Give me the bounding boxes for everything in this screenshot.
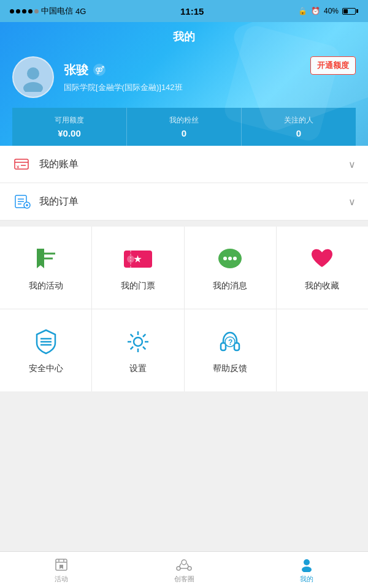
stat-item-following: 关注的人 0 xyxy=(242,108,356,146)
order-icon xyxy=(12,193,32,210)
stat-label-following: 关注的人 xyxy=(242,115,356,126)
menu-label-bill: 我的账单 xyxy=(39,158,348,171)
help-icon: ? xyxy=(215,326,245,357)
battery-icon xyxy=(342,8,358,15)
status-left: 中国电信 4G xyxy=(10,6,86,17)
svg-point-22 xyxy=(228,257,232,260)
svg-point-1 xyxy=(23,82,43,92)
svg-line-35 xyxy=(143,334,145,337)
avatar xyxy=(12,56,54,98)
grid-label-message: 我的消息 xyxy=(213,281,247,292)
svg-line-36 xyxy=(131,347,133,349)
stat-value-fans: 0 xyxy=(127,128,241,138)
page-title: 我的 xyxy=(12,29,356,44)
profile-name: 张骏 xyxy=(64,62,88,78)
stat-label-quota: 可用额度 xyxy=(12,115,126,126)
battery-percent: 40% xyxy=(324,7,339,15)
stat-item-fans: 我的粉丝 0 xyxy=(127,108,242,146)
status-right: 🔒 ⏰ 40% xyxy=(298,7,358,15)
alarm-icon: ⏰ xyxy=(311,7,320,15)
svg-point-0 xyxy=(27,67,39,80)
nav-label-social: 创客圈 xyxy=(174,575,194,584)
stat-label-fans: 我的粉丝 xyxy=(127,115,241,126)
profile-row: 张骏 ⚤ 国际学院[金融学(国际金融)]142班 开通额度 xyxy=(12,56,356,98)
signal-dots xyxy=(10,9,39,13)
nav-item-profile[interactable]: 我的 xyxy=(245,552,368,588)
svg-point-28 xyxy=(134,337,142,346)
grid-item-help[interactable]: ? 帮助反馈 xyxy=(185,309,277,391)
svg-marker-45 xyxy=(59,565,63,569)
svg-line-49 xyxy=(179,564,181,567)
grid-item-settings[interactable]: 设置 xyxy=(92,309,184,391)
menu-item-bill[interactable]: ¥ 我的账单 ∨ xyxy=(0,146,368,183)
grid-row-2: 安全中心 设置 xyxy=(0,309,368,391)
message-icon xyxy=(215,244,245,274)
favorite-icon xyxy=(307,244,337,274)
chevron-icon-order: ∨ xyxy=(348,196,356,208)
social-nav-icon xyxy=(176,557,192,573)
grid-label-help: 帮助反馈 xyxy=(213,363,247,374)
grid-label-favorite: 我的收藏 xyxy=(305,281,339,292)
gender-icon: ⚤ xyxy=(93,64,105,76)
svg-text:★: ★ xyxy=(134,254,142,264)
nav-label-profile: 我的 xyxy=(300,575,313,584)
chevron-icon-bill: ∨ xyxy=(348,159,356,170)
status-time: 11:15 xyxy=(180,6,204,17)
grid-item-security[interactable]: 安全中心 xyxy=(0,309,92,391)
svg-text:?: ? xyxy=(228,338,232,347)
bill-icon: ¥ xyxy=(12,156,32,173)
grid-label-activity: 我的活动 xyxy=(29,281,63,292)
grid-row-1: 我的活动 ★ 我的门票 xyxy=(0,227,368,309)
menu-label-order: 我的订单 xyxy=(39,195,348,208)
status-bar: 中国电信 4G 11:15 🔒 ⏰ 40% xyxy=(0,0,368,22)
activity-nav-icon xyxy=(53,557,69,573)
svg-line-34 xyxy=(143,347,145,349)
svg-point-47 xyxy=(177,567,180,570)
menu-item-order[interactable]: 我的订单 ∨ xyxy=(0,183,368,221)
network-type: 4G xyxy=(75,7,86,16)
stats-bar: 可用额度 ¥0.00 我的粉丝 0 关注的人 0 xyxy=(12,108,356,146)
menu-section: ¥ 我的账单 ∨ 我的订单 ∨ xyxy=(0,146,368,221)
gray-spacer xyxy=(0,391,368,440)
grid-item-ticket[interactable]: ★ 我的门票 xyxy=(92,227,184,309)
svg-point-48 xyxy=(188,567,191,570)
header-section: 我的 张骏 ⚤ 国际学院[金融学(国际金融)]142班 开通额度 可用额度 ¥0… xyxy=(0,22,368,146)
svg-line-33 xyxy=(131,334,133,337)
nav-label-activity: 活动 xyxy=(55,575,68,584)
svg-point-53 xyxy=(302,567,312,572)
nav-item-activity[interactable]: 活动 xyxy=(0,552,123,588)
bottom-nav: 活动 创客圈 我的 xyxy=(0,551,368,588)
grid-item-favorite[interactable]: 我的收藏 xyxy=(277,227,368,309)
grid-item-activity[interactable]: 我的活动 xyxy=(0,227,92,309)
stat-value-following: 0 xyxy=(242,128,356,138)
svg-point-23 xyxy=(233,257,237,260)
stat-item-quota: 可用额度 ¥0.00 xyxy=(12,108,127,146)
profile-subtitle: 国际学院[金融学(国际金融)]142班 xyxy=(64,82,356,93)
grid-label-settings: 设置 xyxy=(129,363,147,374)
grid-item-empty xyxy=(277,309,368,391)
activity-icon xyxy=(31,244,61,274)
svg-line-50 xyxy=(187,564,189,567)
grid-label-security: 安全中心 xyxy=(29,363,63,374)
security-icon xyxy=(31,326,61,357)
ticket-icon: ★ xyxy=(123,244,153,274)
open-quota-button[interactable]: 开通额度 xyxy=(310,56,356,75)
nav-item-social[interactable]: 创客圈 xyxy=(123,552,245,588)
grid-section: 我的活动 ★ 我的门票 xyxy=(0,227,368,391)
svg-point-52 xyxy=(304,559,310,565)
profile-nav-icon xyxy=(299,557,315,573)
svg-point-21 xyxy=(223,257,227,260)
grid-label-ticket: 我的门票 xyxy=(121,281,155,292)
grid-item-message[interactable]: 我的消息 xyxy=(185,227,277,309)
settings-icon xyxy=(123,326,153,357)
svg-text:¥: ¥ xyxy=(16,164,20,170)
lock-icon: 🔒 xyxy=(298,7,307,15)
svg-marker-13 xyxy=(37,249,44,268)
svg-rect-37 xyxy=(221,343,226,350)
stat-value-quota: ¥0.00 xyxy=(12,128,126,138)
svg-rect-38 xyxy=(234,343,239,350)
svg-point-46 xyxy=(182,560,186,565)
carrier-label: 中国电信 xyxy=(41,6,73,17)
